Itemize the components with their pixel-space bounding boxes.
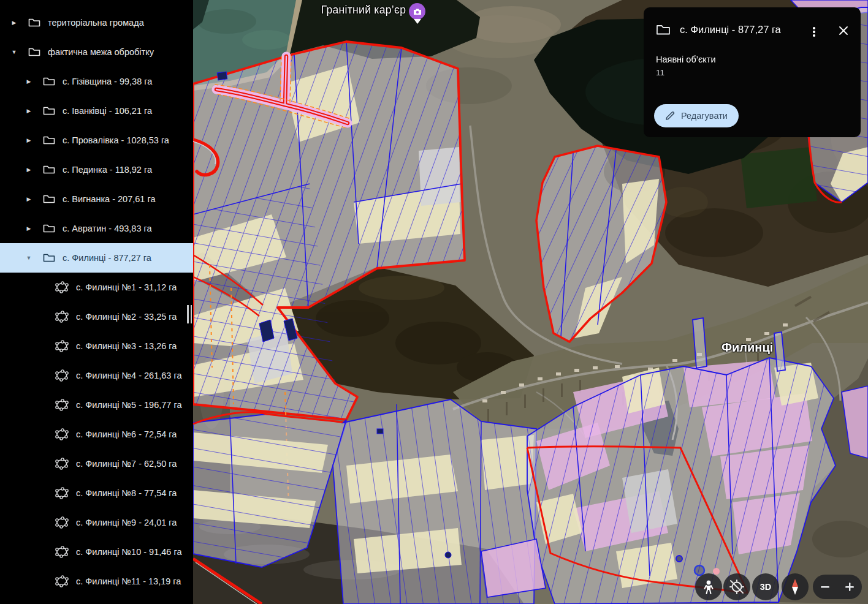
tree-item-label: с. Филинці №9 - 24,01 га [76, 518, 177, 527]
tree-item-ivankivtsi[interactable]: ▶ с. Іванківці - 106,21 га [0, 96, 193, 126]
tree-item-vyhnanka[interactable]: ▶ с. Вигнанка - 207,61 га [0, 184, 193, 214]
view-3d-button[interactable]: 3D [752, 573, 779, 600]
tree-item-hizivshchyna[interactable]: ▶ с. Гізівщина - 99,38 га [0, 67, 193, 96]
tree-item-label: фактична межа обробітку [48, 47, 154, 57]
folder-icon [28, 47, 40, 57]
folder-icon [43, 253, 55, 263]
tree-item-fylyntsi-10[interactable]: с. Филинці №10 - 91,46 га [0, 537, 193, 567]
tree-item-fylyntsi-5[interactable]: с. Филинці №5 - 196,77 га [0, 390, 193, 420]
polygon-icon [54, 487, 70, 499]
tree-item-label: с. Филинці №8 - 77,54 га [76, 488, 177, 498]
tree-item-avratyn[interactable]: ▶ с. Авратин - 493,83 га [0, 214, 193, 243]
polygon-icon [54, 369, 70, 382]
tree-item-label: с. Филинці - 877,27 га [63, 253, 151, 263]
tree-item-fylyntsi-2[interactable]: с. Филинці №2 - 33,25 га [0, 302, 193, 331]
feature-info-panel: с. Филинці - 877,27 га Наявні об’єкти 11… [644, 7, 861, 137]
tree-item-fylyntsi-3[interactable]: с. Филинці №3 - 13,26 га [0, 331, 193, 361]
expand-expanded-icon[interactable]: ▼ [23, 255, 34, 261]
tree-item-pedynka[interactable]: ▶ с. Пединка - 118,92 га [0, 155, 193, 184]
folder-icon [656, 24, 671, 36]
minus-icon [820, 582, 830, 592]
polygon-icon [54, 575, 70, 587]
pegman-button[interactable] [695, 573, 722, 600]
tree-item-label: с. Филинці №3 - 13,26 га [76, 341, 177, 351]
compass-icon [786, 578, 804, 596]
tree-item-fylyntsi-selected[interactable]: ▼ с. Филинці - 877,27 га [0, 243, 193, 273]
objects-count: 11 [656, 68, 664, 77]
tree-item-fylyntsi-8[interactable]: с. Филинці №8 - 77,54 га [0, 478, 193, 508]
polygon-icon [54, 546, 70, 558]
tree-item-fylyntsi-7[interactable]: с. Филинці №7 - 62,50 га [0, 449, 193, 478]
close-icon [839, 26, 848, 36]
folder-icon [43, 194, 55, 204]
tree-item-hromada[interactable]: ▶ територіальна громада [0, 8, 193, 37]
camera-icon [413, 8, 422, 15]
tree-item-label: с. Филинці №10 - 91,46 га [76, 547, 181, 557]
view-3d-label: 3D [760, 582, 772, 592]
polygon-icon [54, 399, 70, 411]
photo-marker[interactable] [409, 3, 425, 20]
polygon-icon [54, 311, 70, 323]
pencil-icon [665, 111, 675, 121]
tree-item-fylyntsi-1[interactable]: с. Филинці №1 - 31,12 га [0, 273, 193, 302]
tree-item-label: с. Вигнанка - 207,61 га [63, 194, 155, 204]
folder-icon [43, 135, 55, 145]
tree-item-label: територіальна громада [48, 18, 144, 28]
folder-icon [43, 77, 55, 86]
expand-expanded-icon[interactable]: ▼ [9, 49, 20, 55]
tree-item-label: с. Филинці №6 - 72,54 га [76, 429, 177, 439]
tree-item-fylyntsi-6[interactable]: с. Филинці №6 - 72,54 га [0, 420, 193, 449]
tree-item-provalivka[interactable]: ▶ с. Провалівка - 1028,53 га [0, 126, 193, 155]
polygon-icon [54, 458, 70, 470]
polygon-icon [54, 281, 70, 293]
polygon-icon [54, 340, 70, 352]
expand-collapsed-icon[interactable]: ▶ [23, 78, 34, 85]
tree-item-fylyntsi-9[interactable]: с. Филинці №9 - 24,01 га [0, 508, 193, 537]
panel-title: с. Филинці - 877,27 га [680, 24, 781, 36]
expand-collapsed-icon[interactable]: ▶ [23, 196, 34, 202]
expand-collapsed-icon[interactable]: ▶ [23, 167, 34, 173]
objects-label: Наявні об’єкти [656, 55, 716, 64]
tree-item-label: с. Филинці №7 - 62,50 га [76, 459, 177, 469]
tree-item-label: с. Филинці №11 - 13,19 га [76, 576, 181, 586]
folder-icon [43, 165, 55, 175]
zoom-in-button[interactable] [840, 575, 859, 599]
plus-icon [845, 582, 855, 592]
tree-item-label: с. Гізівщина - 99,38 га [63, 77, 152, 86]
expand-collapsed-icon[interactable]: ▶ [23, 108, 34, 114]
edit-button[interactable]: Редагувати [654, 104, 739, 127]
tree-item-mezha[interactable]: ▼ фактична межа обробітку [0, 37, 193, 67]
tree-item-label: с. Іванківці - 106,21 га [63, 106, 152, 116]
tree-item-label: с. Филинці №4 - 261,63 га [76, 371, 181, 380]
tree-item-fylyntsi-4[interactable]: с. Филинці №4 - 261,63 га [0, 361, 193, 390]
tree-item-label: с. Пединка - 118,92 га [63, 165, 152, 175]
expand-collapsed-icon[interactable]: ▶ [23, 225, 34, 232]
polygon-icon [54, 516, 70, 529]
tree-item-label: с. Филинці №5 - 196,77 га [76, 400, 181, 410]
zoom-control [813, 575, 862, 599]
tree-item-label: с. Филинці №1 - 31,12 га [76, 282, 177, 292]
pegman-icon [702, 579, 715, 594]
expand-collapsed-icon[interactable]: ▶ [23, 137, 34, 143]
tree-item-label: с. Авратин - 493,83 га [63, 224, 152, 233]
sidebar-scrollbar[interactable] [187, 305, 192, 323]
folder-icon [28, 18, 40, 28]
tilt-disabled-button[interactable] [723, 573, 750, 600]
layers-sidebar: ▶ територіальна громада ▼ фактична межа … [0, 0, 193, 604]
map-label-village: Филинці [721, 341, 773, 355]
folder-icon [43, 106, 55, 116]
tree-item-label: с. Провалівка - 1028,53 га [63, 135, 169, 145]
polygon-icon [54, 428, 70, 440]
tree-item-label: с. Филинці №2 - 33,25 га [76, 312, 177, 322]
photo-marker-tip [414, 19, 421, 24]
tree-item-fylyntsi-11[interactable]: с. Филинці №11 - 13,19 га [0, 567, 193, 596]
close-button[interactable] [839, 26, 848, 38]
compass-button[interactable] [782, 573, 809, 600]
expand-collapsed-icon[interactable]: ▶ [9, 20, 20, 26]
edit-button-label: Редагувати [681, 111, 728, 121]
tilt-off-icon [729, 579, 745, 595]
pegman-drop-dot [713, 568, 720, 575]
zoom-out-button[interactable] [816, 575, 834, 599]
more-options-button[interactable] [808, 25, 820, 39]
folder-icon [43, 224, 55, 233]
